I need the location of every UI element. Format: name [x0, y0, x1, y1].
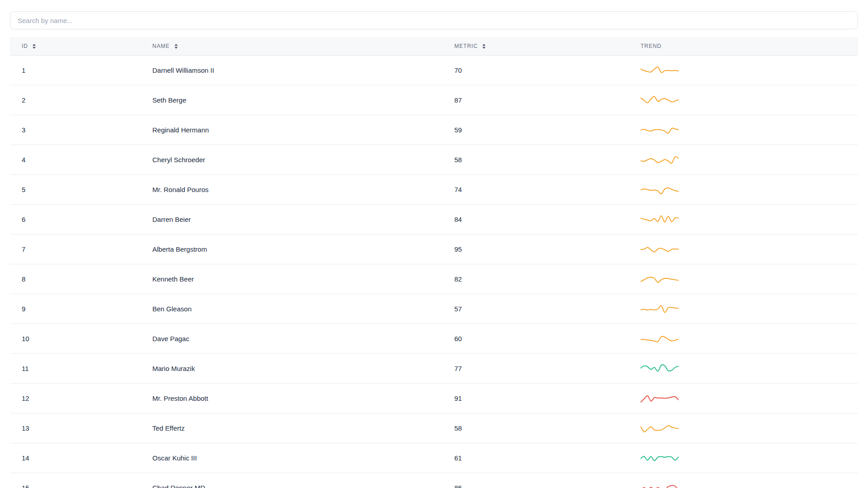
- cell-id: 9: [10, 305, 141, 313]
- data-table: IDNAMEMETRICTREND 1Darnell Williamson II…: [10, 37, 858, 488]
- cell-name: Mr. Preston Abbott: [141, 394, 443, 402]
- cell-id: 10: [10, 335, 141, 343]
- cell-trend: [629, 363, 858, 375]
- table-row: 13Ted Effertz58: [10, 413, 858, 443]
- cell-name: Reginald Hermann: [141, 126, 443, 134]
- cell-metric: 74: [443, 186, 629, 193]
- cell-name: Ted Effertz: [141, 424, 443, 432]
- cell-metric: 61: [443, 454, 629, 462]
- column-header-id[interactable]: ID: [10, 37, 141, 55]
- cell-trend: [629, 244, 858, 255]
- cell-metric: 77: [443, 365, 629, 372]
- cell-metric: 86: [443, 484, 629, 488]
- table-row: 12Mr. Preston Abbott91: [10, 384, 858, 413]
- sort-icon: [174, 44, 178, 49]
- table-row: 6Darren Beier84: [10, 205, 858, 235]
- table-row: 15Chad Renner MD86: [10, 473, 858, 488]
- cell-trend: [629, 94, 858, 106]
- trend-sparkline: [641, 244, 679, 255]
- trend-sparkline: [641, 393, 679, 404]
- trend-sparkline: [641, 452, 679, 464]
- cell-id: 3: [10, 126, 141, 134]
- table-header-row: IDNAMEMETRICTREND: [10, 37, 858, 56]
- trend-sparkline: [641, 482, 679, 488]
- trend-sparkline: [641, 184, 679, 196]
- sort-icon: [32, 44, 36, 49]
- column-label: NAME: [152, 43, 170, 49]
- column-label: TREND: [641, 43, 661, 49]
- cell-metric: 59: [443, 126, 629, 134]
- trend-sparkline: [641, 65, 679, 76]
- cell-trend: [629, 333, 858, 345]
- cell-name: Dave Pagac: [141, 335, 443, 343]
- table-row: 5Mr. Ronald Pouros74: [10, 175, 858, 205]
- cell-id: 1: [10, 66, 141, 74]
- table-row: 9Ben Gleason57: [10, 294, 858, 324]
- table-row: 8Kenneth Beer82: [10, 264, 858, 294]
- search-input[interactable]: [10, 11, 858, 29]
- cell-name: Alberta Bergstrom: [141, 245, 443, 253]
- sort-icon: [482, 44, 486, 49]
- cell-trend: [629, 154, 858, 166]
- cell-metric: 70: [443, 66, 629, 74]
- table-row: 14Oscar Kuhic III61: [10, 443, 858, 473]
- trend-sparkline: [641, 422, 679, 434]
- cell-metric: 58: [443, 424, 629, 432]
- trend-sparkline: [641, 154, 679, 166]
- cell-trend: [629, 422, 858, 434]
- table-body: 1Darnell Williamson II702Seth Berge873Re…: [10, 56, 858, 488]
- cell-trend: [629, 452, 858, 464]
- cell-trend: [629, 482, 858, 488]
- cell-trend: [629, 65, 858, 76]
- cell-metric: 82: [443, 275, 629, 283]
- cell-name: Darren Beier: [141, 216, 443, 223]
- column-label: METRIC: [454, 43, 478, 49]
- column-header-name[interactable]: NAME: [141, 37, 443, 55]
- cell-metric: 87: [443, 96, 629, 104]
- cell-trend: [629, 184, 858, 196]
- trend-sparkline: [641, 333, 679, 345]
- table-row: 3Reginald Hermann59: [10, 115, 858, 145]
- cell-id: 6: [10, 216, 141, 223]
- cell-trend: [629, 124, 858, 136]
- cell-id: 8: [10, 275, 141, 283]
- cell-name: Mario Murazik: [141, 365, 443, 372]
- trend-sparkline: [641, 214, 679, 225]
- column-header-trend: TREND: [629, 37, 858, 55]
- trend-sparkline: [641, 303, 679, 315]
- cell-metric: 95: [443, 245, 629, 253]
- column-label: ID: [22, 43, 28, 49]
- cell-id: 2: [10, 96, 141, 104]
- table-row: 7Alberta Bergstrom95: [10, 235, 858, 264]
- trend-sparkline: [641, 124, 679, 136]
- page: IDNAMEMETRICTREND 1Darnell Williamson II…: [0, 0, 868, 488]
- cell-name: Ben Gleason: [141, 305, 443, 313]
- cell-name: Kenneth Beer: [141, 275, 443, 283]
- table-row: 1Darnell Williamson II70: [10, 56, 858, 85]
- trend-sparkline: [641, 273, 679, 285]
- cell-name: Darnell Williamson II: [141, 66, 443, 74]
- cell-id: 15: [10, 484, 141, 488]
- cell-metric: 91: [443, 394, 629, 402]
- cell-metric: 57: [443, 305, 629, 313]
- column-header-metric[interactable]: METRIC: [443, 37, 629, 55]
- cell-id: 4: [10, 156, 141, 164]
- cell-id: 12: [10, 394, 141, 402]
- cell-name: Mr. Ronald Pouros: [141, 186, 443, 193]
- cell-trend: [629, 214, 858, 225]
- cell-name: Cheryl Schroeder: [141, 156, 443, 164]
- table-row: 10Dave Pagac60: [10, 324, 858, 354]
- cell-name: Oscar Kuhic III: [141, 454, 443, 462]
- cell-metric: 60: [443, 335, 629, 343]
- trend-sparkline: [641, 94, 679, 106]
- cell-metric: 58: [443, 156, 629, 164]
- cell-trend: [629, 303, 858, 315]
- cell-name: Chad Renner MD: [141, 484, 443, 488]
- table-row: 11Mario Murazik77: [10, 354, 858, 384]
- table-row: 2Seth Berge87: [10, 85, 858, 115]
- cell-trend: [629, 393, 858, 404]
- cell-metric: 84: [443, 216, 629, 223]
- cell-name: Seth Berge: [141, 96, 443, 104]
- table-row: 4Cheryl Schroeder58: [10, 145, 858, 175]
- cell-trend: [629, 273, 858, 285]
